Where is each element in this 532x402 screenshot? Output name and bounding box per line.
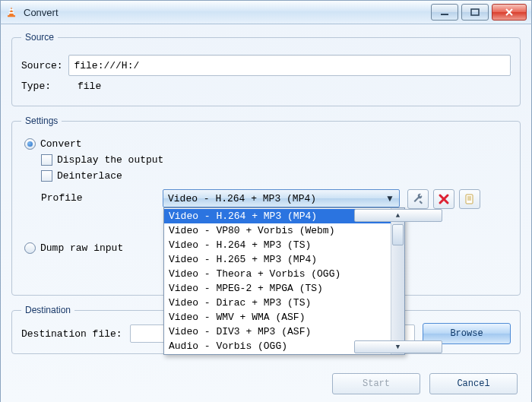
- chevron-down-icon: ▼: [384, 193, 396, 204]
- settings-legend: Settings: [21, 116, 62, 126]
- svg-rect-2: [9, 12, 14, 14]
- convert-radio-label: Convert: [40, 138, 82, 150]
- type-label: Type:: [21, 81, 76, 92]
- profile-label: Profile: [41, 189, 163, 204]
- profile-option[interactable]: Video - Dirac + MP3 (TS): [164, 296, 391, 310]
- profile-option[interactable]: Video - H.264 + MP3 (TS): [164, 238, 391, 252]
- profile-dropdown: Video - H.264 + MP3 (MP4)Video - VP80 + …: [163, 207, 405, 355]
- vlc-cone-icon: [5, 6, 17, 18]
- convert-radio[interactable]: Convert: [24, 138, 511, 150]
- radio-icon: [24, 242, 36, 254]
- settings-group: Settings Convert Display the output Dein…: [11, 116, 521, 296]
- scroll-track[interactable]: [392, 223, 404, 340]
- profile-tool-buttons: [407, 189, 480, 209]
- scroll-down-icon[interactable]: ▼: [354, 340, 442, 353]
- profile-option[interactable]: Video - Theora + Vorbis (OGG): [164, 267, 391, 281]
- minimize-button[interactable]: [431, 4, 458, 21]
- start-button[interactable]: Start: [332, 373, 420, 394]
- profile-combobox[interactable]: Video - H.264 + MP3 (MP4) ▼ Video - H.26…: [163, 189, 400, 207]
- scroll-thumb[interactable]: [392, 224, 404, 245]
- window-buttons: [431, 4, 527, 21]
- dropdown-scrollbar[interactable]: ▲ ▼: [391, 208, 404, 354]
- deinterlace-label: Deinterlace: [57, 170, 122, 182]
- display-output-label: Display the output: [57, 154, 163, 166]
- display-output-checkbox[interactable]: Display the output: [41, 154, 511, 166]
- profile-option[interactable]: Video - MPEG-2 + MPGA (TS): [164, 281, 391, 296]
- radio-selected-icon: [24, 138, 36, 150]
- profile-row: Profile Video - H.264 + MP3 (MP4) ▼ Vide…: [41, 189, 511, 209]
- checkbox-icon: [41, 154, 52, 166]
- profile-option[interactable]: Video - VP80 + Vorbis (Webm): [164, 223, 391, 238]
- svg-rect-1: [9, 9, 13, 11]
- profile-option[interactable]: Video - H.265 + MP3 (MP4): [164, 252, 391, 267]
- checkbox-icon: [41, 170, 52, 182]
- source-input[interactable]: [68, 55, 511, 76]
- cancel-button[interactable]: Cancel: [429, 373, 518, 394]
- client-area: Source Source: Type: file Settings Conve…: [0, 24, 532, 402]
- svg-rect-4: [441, 14, 448, 15]
- profile-option-list: Video - H.264 + MP3 (MP4)Video - VP80 + …: [164, 208, 391, 354]
- deinterlace-checkbox[interactable]: Deinterlace: [41, 170, 511, 182]
- wrench-icon: [412, 193, 424, 205]
- svg-marker-0: [9, 7, 14, 15]
- new-file-icon: [464, 193, 476, 205]
- destination-legend: Destination: [21, 305, 74, 315]
- profile-selected-text: Video - H.264 + MP3 (MP4): [168, 193, 384, 204]
- source-legend: Source: [21, 32, 58, 43]
- minimize-icon: [440, 8, 449, 16]
- window-title: Convert: [24, 7, 59, 18]
- svg-rect-10: [466, 195, 473, 204]
- type-value: file: [78, 81, 101, 92]
- close-icon: [505, 8, 514, 16]
- destination-file-label: Destination file:: [21, 328, 122, 340]
- maximize-icon: [470, 8, 480, 16]
- source-label: Source:: [21, 60, 68, 71]
- delete-profile-button[interactable]: [433, 189, 454, 209]
- source-group: Source Source: Type: file: [11, 32, 521, 106]
- profile-option[interactable]: Video - WMV + WMA (ASF): [164, 310, 391, 324]
- title-bar: Convert: [0, 0, 532, 24]
- delete-x-icon: [438, 193, 450, 205]
- new-profile-button[interactable]: [459, 189, 480, 209]
- dump-raw-label: Dump raw input: [40, 242, 123, 254]
- edit-profile-button[interactable]: [407, 189, 429, 209]
- dialog-buttons: Start Cancel: [332, 373, 518, 394]
- profile-option[interactable]: Video - DIV3 + MP3 (ASF): [164, 324, 391, 339]
- svg-rect-5: [471, 9, 479, 15]
- close-button[interactable]: [492, 4, 527, 21]
- maximize-button[interactable]: [461, 4, 489, 21]
- scroll-up-icon[interactable]: ▲: [354, 209, 442, 222]
- svg-rect-3: [8, 15, 15, 17]
